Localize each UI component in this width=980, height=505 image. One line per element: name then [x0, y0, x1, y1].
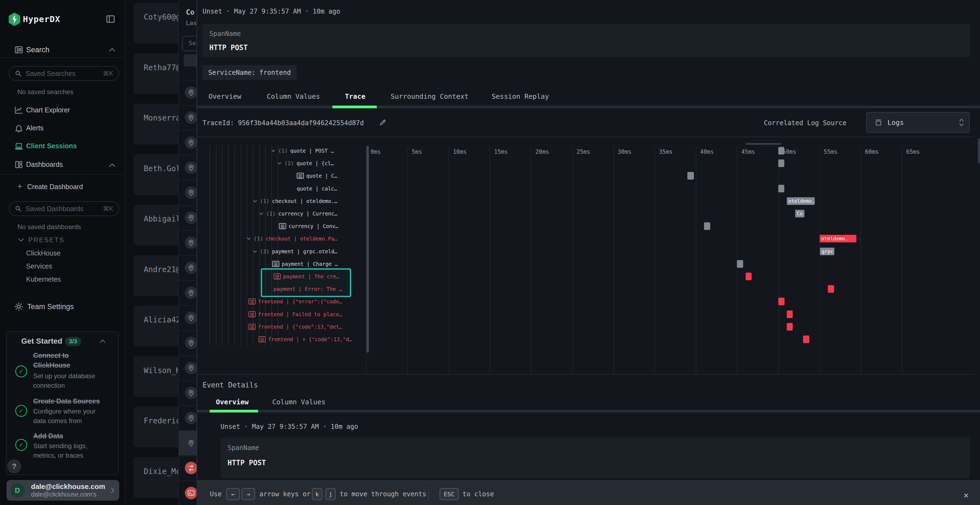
tab-trace[interactable]: Trace	[345, 92, 365, 100]
trace-tree-row[interactable]: frontend | Failed to place…	[248, 308, 342, 321]
span-duration-bar[interactable]: oteldemo.	[787, 197, 815, 205]
kbd-arrow-right[interactable]: →	[242, 488, 255, 500]
tab-active-indicator	[332, 106, 377, 108]
gs-item-title[interactable]: ClickHouse	[33, 361, 70, 369]
span-duration-bar[interactable]	[828, 285, 834, 293]
map-pin-icon[interactable]	[185, 337, 197, 349]
trace-tree-row[interactable]: quote | calc…	[297, 182, 337, 195]
span-duration-bar[interactable]: oteldemo.	[820, 235, 856, 243]
sidebar-item-chart-explorer[interactable]: Chart Explorer	[26, 106, 70, 114]
chevron-down-icon[interactable]	[270, 148, 277, 154]
log-source-select[interactable]: Logs	[866, 112, 970, 133]
tab-column-values[interactable]: Column Values	[267, 92, 320, 100]
kbd-esc[interactable]: ESC	[440, 488, 459, 500]
saved-searches-input[interactable]: Saved Searches ⌘K	[9, 66, 119, 81]
tab-surrounding-context[interactable]: Surrounding Context	[391, 92, 468, 100]
span-duration-bar[interactable]	[787, 310, 793, 318]
sidebar-item-dashboards[interactable]: Dashboards	[26, 160, 63, 168]
tab-overview[interactable]: Overview	[208, 92, 241, 100]
trace-tree-row[interactable]: (1)quote | POST …	[270, 145, 334, 157]
map-pin-icon[interactable]	[185, 111, 197, 124]
create-dashboard-button[interactable]: Create Dashboard	[27, 183, 83, 191]
kbd-arrow-left[interactable]: ←	[226, 488, 240, 500]
map-pin-icon[interactable]	[185, 387, 197, 399]
trace-tree-row[interactable]: quote | C…	[297, 170, 337, 182]
preset-services[interactable]: Services	[26, 262, 52, 270]
sidebar-item-client-sessions[interactable]: Client Sessions	[26, 142, 77, 150]
span-duration-bar[interactable]	[778, 159, 784, 167]
gs-item-title[interactable]: Add Data	[33, 432, 63, 440]
edit-pencil-icon[interactable]	[379, 118, 387, 126]
presets-label[interactable]: PRESETS	[28, 236, 65, 244]
tab-session-replay[interactable]: Session Replay	[492, 92, 549, 100]
span-duration-bar[interactable]: grpc	[820, 248, 834, 255]
kbd-j[interactable]: j	[325, 488, 336, 500]
event-details-tab-column-values[interactable]: Column Values	[272, 398, 326, 406]
trace-tree-row[interactable]: (1)currency | Currenc…	[258, 207, 337, 220]
map-pin-icon[interactable]	[185, 136, 197, 149]
sidebar-item-team-settings[interactable]: Team Settings	[27, 303, 74, 311]
kbd-k[interactable]: k	[312, 488, 322, 500]
trace-tree-row[interactable]: (3)payment | grpc.oteld…	[252, 245, 337, 258]
span-duration-bar[interactable]: Co	[795, 210, 804, 218]
close-icon[interactable]: ✕	[964, 490, 969, 500]
map-pin-icon[interactable]	[185, 412, 197, 424]
map-pin-icon[interactable]	[185, 86, 197, 99]
chevron-up-icon[interactable]	[99, 338, 106, 344]
span-duration-bar[interactable]	[737, 260, 743, 268]
chevron-down-icon[interactable]	[252, 198, 258, 204]
terminal-icon[interactable]	[185, 487, 197, 499]
chevron-down-icon[interactable]	[245, 235, 252, 242]
collapse-sidebar-icon[interactable]	[106, 14, 115, 24]
map-pin-icon[interactable]	[185, 186, 197, 199]
span-duration-bar[interactable]	[704, 222, 710, 230]
user-menu[interactable]: D dale@clickhouse.com dale@clickhouse.co…	[6, 480, 119, 501]
map-pin-icon[interactable]	[185, 286, 197, 299]
drawer-scrollbar-thumb[interactable]	[978, 138, 980, 163]
chevron-down-icon[interactable]	[252, 248, 258, 255]
map-pin-icon[interactable]	[185, 211, 197, 224]
horizontal-scrollbar-thumb[interactable]	[746, 143, 781, 145]
child-count: (3)	[260, 248, 269, 254]
event-details-tab-overview[interactable]: Overview	[216, 398, 248, 406]
gs-item-title[interactable]: Create Data Sources	[33, 397, 100, 405]
trace-tree-row[interactable]: frontend | {"code":13,"det…	[248, 321, 342, 333]
span-duration-bar[interactable]	[778, 147, 784, 154]
chevron-down-icon[interactable]	[258, 210, 265, 217]
trace-tree-row[interactable]: (1)checkout | oteldemo.Pa…	[245, 232, 337, 245]
service-name-chip[interactable]: ServiceName: frontend	[202, 65, 297, 80]
span-duration-bar[interactable]	[787, 323, 793, 330]
trace-tree-row[interactable]: frontend | {"error":{"code…	[248, 295, 342, 308]
span-duration-bar[interactable]	[687, 172, 694, 179]
map-pin-icon[interactable]	[185, 161, 197, 174]
session-panel-search[interactable]: Se	[182, 36, 197, 51]
sidebar-item-search[interactable]: Search	[26, 46, 49, 54]
help-button[interactable]: ?	[7, 459, 21, 473]
trace-tree-row[interactable]: (1)checkout | oteldemo.…	[252, 195, 337, 207]
sidebar-item-alerts[interactable]: Alerts	[26, 124, 43, 132]
chevron-up-icon[interactable]	[108, 47, 116, 53]
span-duration-bar[interactable]	[778, 298, 784, 305]
map-pin-icon[interactable]	[185, 362, 197, 374]
trace-tree-row[interactable]: (2)quote | {cl…	[276, 157, 334, 170]
gs-item-title[interactable]: Connect to	[33, 351, 69, 359]
chevron-up-icon[interactable]	[108, 162, 116, 168]
tree-scrollbar[interactable]	[366, 146, 369, 353]
span-duration-bar[interactable]	[803, 335, 809, 343]
span-duration-bar[interactable]	[746, 273, 752, 280]
span-duration-bar[interactable]	[778, 185, 784, 192]
trace-tree-row[interactable]: currency | Conv…	[279, 220, 338, 232]
chevron-down-icon[interactable]	[18, 237, 24, 243]
trace-tree-row[interactable]: frontend | × {"code":13,"d…	[259, 333, 352, 346]
saved-dashboards-input[interactable]: Saved Dashboards ⌘K	[9, 201, 119, 216]
session-panel-button[interactable]	[184, 54, 197, 67]
map-pin-icon[interactable]	[185, 437, 197, 449]
chevron-down-icon[interactable]	[276, 160, 283, 167]
event-row-divider	[179, 380, 197, 381]
map-pin-icon[interactable]	[185, 311, 197, 324]
map-pin-icon[interactable]	[185, 262, 197, 274]
preset-kubernetes[interactable]: Kubernetes	[26, 275, 61, 283]
map-pin-icon[interactable]	[185, 237, 197, 249]
network-swap-icon[interactable]	[185, 462, 197, 474]
preset-clickhouse[interactable]: ClickHouse	[26, 249, 60, 257]
